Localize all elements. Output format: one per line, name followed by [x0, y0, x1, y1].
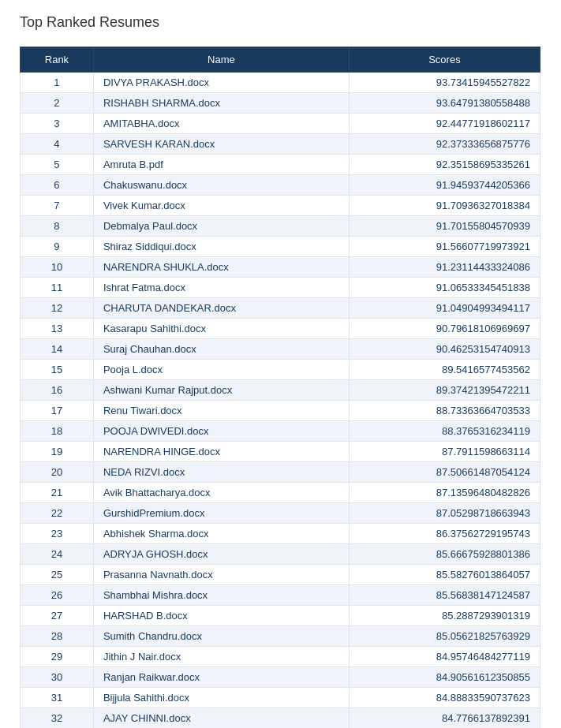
- table-row: 9Shiraz Siddiqui.docx91.56607719973921: [21, 237, 540, 257]
- cell-rank: 29: [21, 647, 94, 667]
- column-scores: Scores: [349, 47, 540, 73]
- cell-rank: 16: [21, 380, 94, 401]
- cell-score: 87.7911598663114: [349, 442, 540, 462]
- table-row: 25Prasanna Navnath.docx85.58276013864057: [21, 565, 540, 585]
- cell-name: Ishrat Fatma.docx: [93, 278, 349, 298]
- cell-rank: 15: [21, 360, 94, 380]
- table-row: 29Jithin J Nair.docx84.95746484277119: [21, 647, 540, 667]
- cell-rank: 22: [21, 503, 94, 524]
- cell-name: HARSHAD B.docx: [93, 606, 349, 626]
- cell-score: 91.70936327018384: [349, 196, 540, 216]
- cell-rank: 18: [21, 421, 94, 442]
- table-row: 7Vivek Kumar.docx91.70936327018384: [21, 196, 540, 216]
- cell-name: RISHABH SHARMA.docx: [93, 93, 349, 114]
- cell-rank: 12: [21, 298, 94, 319]
- cell-name: Debmalya Paul.docx: [93, 216, 349, 237]
- table-row: 2RISHABH SHARMA.docx93.64791380558488: [21, 93, 540, 114]
- cell-rank: 27: [21, 606, 94, 626]
- cell-score: 92.44771918602117: [349, 114, 540, 134]
- cell-score: 85.56838147124587: [349, 585, 540, 606]
- cell-name: Chakuswanu.docx: [93, 175, 349, 196]
- cell-rank: 8: [21, 216, 94, 237]
- cell-rank: 28: [21, 626, 94, 647]
- cell-name: Suraj Chauhan.docx: [93, 339, 349, 360]
- cell-rank: 20: [21, 462, 94, 483]
- table-row: 13Kasarapu Sahithi.docx90.79618106969697: [21, 319, 540, 339]
- cell-score: 90.46253154740913: [349, 339, 540, 360]
- cell-name: Ranjan Raikwar.docx: [93, 667, 349, 688]
- table-row: 20NEDA RIZVI.docx87.50661487054124: [21, 462, 540, 483]
- table-row: 21Avik Bhattacharya.docx87.1359648048282…: [21, 483, 540, 503]
- cell-score: 91.04904993494117: [349, 298, 540, 319]
- cell-score: 91.06533345451838: [349, 278, 540, 298]
- cell-name: Ashwani Kumar Rajput.docx: [93, 380, 349, 401]
- cell-name: Renu Tiwari.docx: [93, 401, 349, 421]
- table-row: 23Abhishek Sharma.docx86.37562729195743: [21, 524, 540, 544]
- cell-name: Bijjula Sahithi.docx: [93, 688, 349, 708]
- cell-rank: 26: [21, 585, 94, 606]
- cell-score: 86.37562729195743: [349, 524, 540, 544]
- cell-name: Shiraz Siddiqui.docx: [93, 237, 349, 257]
- cell-name: NARENDRA SHUKLA.docx: [93, 257, 349, 278]
- cell-name: CHARUTA DANDEKAR.docx: [93, 298, 349, 319]
- table-row: 28Sumith Chandru.docx85.05621825763929: [21, 626, 540, 647]
- cell-score: 91.23114433324086: [349, 257, 540, 278]
- cell-rank: 7: [21, 196, 94, 216]
- cell-score: 91.94593744205366: [349, 175, 540, 196]
- table-row: 1DIVYA PRAKASH.docx93.73415945527822: [21, 73, 540, 93]
- cell-score: 90.79618106969697: [349, 319, 540, 339]
- table-row: 8Debmalya Paul.docx91.70155804570939: [21, 216, 540, 237]
- cell-rank: 10: [21, 257, 94, 278]
- cell-name: Shambhai Mishra.docx: [93, 585, 349, 606]
- cell-score: 84.95746484277119: [349, 647, 540, 667]
- cell-rank: 9: [21, 237, 94, 257]
- table-row: 10NARENDRA SHUKLA.docx91.23114433324086: [21, 257, 540, 278]
- cell-rank: 14: [21, 339, 94, 360]
- column-name: Name: [93, 47, 349, 73]
- table-header-row: Rank Name Scores: [21, 47, 540, 73]
- table-row: 18POOJA DWIVEDI.docx88.3765316234119: [21, 421, 540, 442]
- table-row: 26Shambhai Mishra.docx85.56838147124587: [21, 585, 540, 606]
- cell-name: Avik Bhattacharya.docx: [93, 483, 349, 503]
- cell-score: 91.70155804570939: [349, 216, 540, 237]
- cell-score: 84.90561612350855: [349, 667, 540, 688]
- table-row: 27HARSHAD B.docx85.2887293901319: [21, 606, 540, 626]
- cell-score: 93.64791380558488: [349, 93, 540, 114]
- cell-name: Sumith Chandru.docx: [93, 626, 349, 647]
- cell-score: 92.37333656875776: [349, 134, 540, 155]
- cell-rank: 5: [21, 155, 94, 175]
- cell-name: Abhishek Sharma.docx: [93, 524, 349, 544]
- table-row: 32AJAY CHINNI.docx84.7766137892391: [21, 708, 540, 729]
- table-row: 14Suraj Chauhan.docx90.46253154740913: [21, 339, 540, 360]
- cell-rank: 17: [21, 401, 94, 421]
- cell-score: 93.73415945527822: [349, 73, 540, 93]
- cell-rank: 11: [21, 278, 94, 298]
- table-row: 6Chakuswanu.docx91.94593744205366: [21, 175, 540, 196]
- cell-rank: 13: [21, 319, 94, 339]
- cell-score: 91.56607719973921: [349, 237, 540, 257]
- table-row: 17Renu Tiwari.docx88.73363664703533: [21, 401, 540, 421]
- cell-score: 85.05621825763929: [349, 626, 540, 647]
- cell-rank: 24: [21, 544, 94, 565]
- cell-name: Pooja L.docx: [93, 360, 349, 380]
- cell-score: 89.37421395472211: [349, 380, 540, 401]
- cell-score: 85.66675928801386: [349, 544, 540, 565]
- ranked-resumes-table: Rank Name Scores 1DIVYA PRAKASH.docx93.7…: [20, 47, 540, 728]
- cell-rank: 4: [21, 134, 94, 155]
- cell-name: Amruta B.pdf: [93, 155, 349, 175]
- cell-name: NARENDRA HINGE.docx: [93, 442, 349, 462]
- cell-name: ADRYJA GHOSH.docx: [93, 544, 349, 565]
- cell-score: 88.3765316234119: [349, 421, 540, 442]
- page-title: Top Ranked Resumes: [20, 14, 541, 31]
- table-row: 11Ishrat Fatma.docx91.06533345451838: [21, 278, 540, 298]
- table-row: 5Amruta B.pdf92.35158695335261: [21, 155, 540, 175]
- cell-rank: 6: [21, 175, 94, 196]
- cell-rank: 30: [21, 667, 94, 688]
- cell-rank: 3: [21, 114, 94, 134]
- cell-rank: 21: [21, 483, 94, 503]
- cell-name: NEDA RIZVI.docx: [93, 462, 349, 483]
- cell-score: 85.2887293901319: [349, 606, 540, 626]
- cell-name: DIVYA PRAKASH.docx: [93, 73, 349, 93]
- column-rank: Rank: [21, 47, 94, 73]
- cell-score: 87.50661487054124: [349, 462, 540, 483]
